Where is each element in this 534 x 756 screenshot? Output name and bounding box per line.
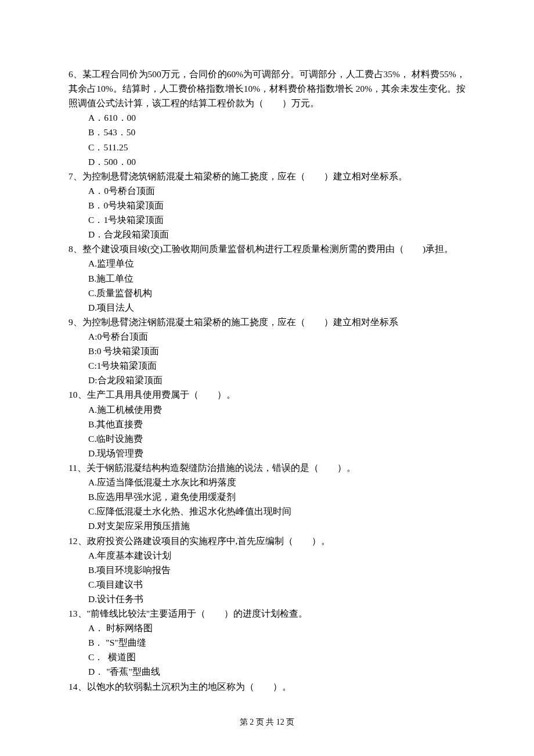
question-13: 13、"前锋线比较法"主要适用于（ ）的进度计划检查。 A． 时标网络图 B． … xyxy=(68,606,466,679)
question-options: A． 时标网络图 B． "S"型曲缝 C． 横道图 D． "香蕉"型曲线 xyxy=(68,621,466,679)
option-b: B.应选用早强水泥，避免使用缓凝剂 xyxy=(88,489,466,504)
option-c: C.临时设施费 xyxy=(88,431,466,446)
option-b: B．0号块箱梁顶面 xyxy=(88,198,466,213)
option-619 a: A.施工机械使用费 xyxy=(88,402,466,417)
question-6: 6、某工程合同价为500万元，合同价的60%为可调部分。可调部分，人工费占35%… xyxy=(68,67,466,169)
question-stem: 6、某工程合同价为500万元，合同价的60%为可调部分。可调部分，人工费占35%… xyxy=(68,67,466,110)
option-d: D．500．00 xyxy=(88,154,466,169)
question-stem: 9、为控制悬臂浇注钢筋混凝土箱梁桥的施工挠度，应在（ ）建立相对坐标系 xyxy=(68,315,466,329)
option-d: D:合龙段箱梁顶面 xyxy=(88,373,466,387)
option-b: B.施工单位 xyxy=(88,271,466,286)
option-a: A:0号桥台顶面 xyxy=(88,329,466,344)
question-options: A．0号桥台顶面 B．0号块箱梁顶面 C．1号块箱梁顶面 D．合龙段箱梁顶面 xyxy=(68,183,466,242)
option-d: D．合龙段箱梁顶面 xyxy=(88,227,466,242)
option-a: A．0号桥台顶面 xyxy=(88,183,466,198)
page-footer: 第 2 页 共 12 页 xyxy=(0,716,534,729)
option-d: D.项目法人 xyxy=(88,300,466,315)
question-options: A．610．00 B．543．50 C．511.25 D．500．00 xyxy=(68,110,466,168)
option-b: B.其他直接费 xyxy=(88,417,466,431)
question-9: 9、为控制悬臂浇注钢筋混凝土箱梁桥的施工挠度，应在（ ）建立相对坐标系 A:0号… xyxy=(68,315,466,388)
option-c: C． 横道图 xyxy=(88,650,466,664)
option-b: B． "S"型曲缝 xyxy=(88,635,466,650)
question-stem: 12、政府投资公路建设项目的实施程序中,首先应编制（ ）。 xyxy=(68,534,466,548)
option-c: C:1号块箱梁顶面 xyxy=(88,358,466,373)
option-d: D.现场管理费 xyxy=(88,446,466,460)
question-stem: 11、关于钢筋混凝结构构造裂缝防治措施的说法，错误的是（ ）。 xyxy=(68,460,466,475)
question-options: A:0号桥台顶面 B:0 号块箱梁顶面 C:1号块箱梁顶面 D:合龙段箱梁顶面 xyxy=(68,329,466,387)
option-b: B.项目环境影响报告 xyxy=(88,563,466,577)
question-stem: 7、为控制悬臂浇筑钢筋混凝土箱梁桥的施工挠度，应在（ ）建立相对坐标系。 xyxy=(68,169,466,183)
option-c: C．1号块箱梁顶面 xyxy=(88,213,466,227)
option-a: A．610．00 xyxy=(88,110,466,125)
question-8: 8、整个建设项目竣(交)工验收期间质量监督机构进行工程质量检测所需的费用由（ )… xyxy=(68,242,466,315)
question-options: A.年度基本建设计划 B.项目环境影响报告 C.项目建议书 D.设计任务书 xyxy=(68,548,466,606)
question-11: 11、关于钢筋混凝结构构造裂缝防治措施的说法，错误的是（ ）。 A.应适当降低混… xyxy=(68,460,466,534)
option-c: C．511.25 xyxy=(88,140,466,154)
option-a: A． 时标网络图 xyxy=(88,621,466,635)
option-a: A.应适当降低混凝土水灰比和坍落度 xyxy=(88,475,466,489)
option-d: D.对支架应采用预压措施 xyxy=(88,519,466,533)
question-options: A.施工机械使用费 B.其他直接费 C.临时设施费 D.现场管理费 xyxy=(68,402,466,460)
option-b: B:0 号块箱梁顶面 xyxy=(88,344,466,358)
question-stem: 14、以饱水的软弱黏土沉积为主的地区称为（ ）。 xyxy=(68,679,466,694)
page: 6、某工程合同价为500万元，合同价的60%为可调部分。可调部分，人工费占35%… xyxy=(0,0,534,756)
option-c: C.质量监督机构 xyxy=(88,286,466,300)
question-options: A.应适当降低混凝土水灰比和坍落度 B.应选用早强水泥，避免使用缓凝剂 C.应降… xyxy=(68,475,466,533)
option-d: D． "香蕉"型曲线 xyxy=(88,664,466,679)
option-b: B．543．50 xyxy=(88,125,466,139)
option-c: C.项目建议书 xyxy=(88,577,466,592)
option-a: A.年度基本建设计划 xyxy=(88,548,466,563)
question-7: 7、为控制悬臂浇筑钢筋混凝土箱梁桥的施工挠度，应在（ ）建立相对坐标系。 A．0… xyxy=(68,169,466,242)
question-stem: 10、生产工具用具使用费属于（ ）。 xyxy=(68,387,466,402)
option-c: C.应降低混凝土水化热、推迟水化热峰值出现时间 xyxy=(88,504,466,519)
question-options: A.监理单位 B.施工单位 C.质量监督机构 D.项目法人 xyxy=(68,256,466,314)
question-10: 10、生产工具用具使用费属于（ ）。 A.施工机械使用费 B.其他直接费 C.临… xyxy=(68,387,466,460)
question-stem: 13、"前锋线比较法"主要适用于（ ）的进度计划检查。 xyxy=(68,606,466,621)
question-14: 14、以饱水的软弱黏土沉积为主的地区称为（ ）。 xyxy=(68,679,466,694)
option-d: D.设计任务书 xyxy=(88,592,466,606)
option-a: A.监理单位 xyxy=(88,256,466,271)
question-12: 12、政府投资公路建设项目的实施程序中,首先应编制（ ）。 A.年度基本建设计划… xyxy=(68,534,466,607)
question-stem: 8、整个建设项目竣(交)工验收期间质量监督机构进行工程质量检测所需的费用由（ )… xyxy=(68,242,466,256)
